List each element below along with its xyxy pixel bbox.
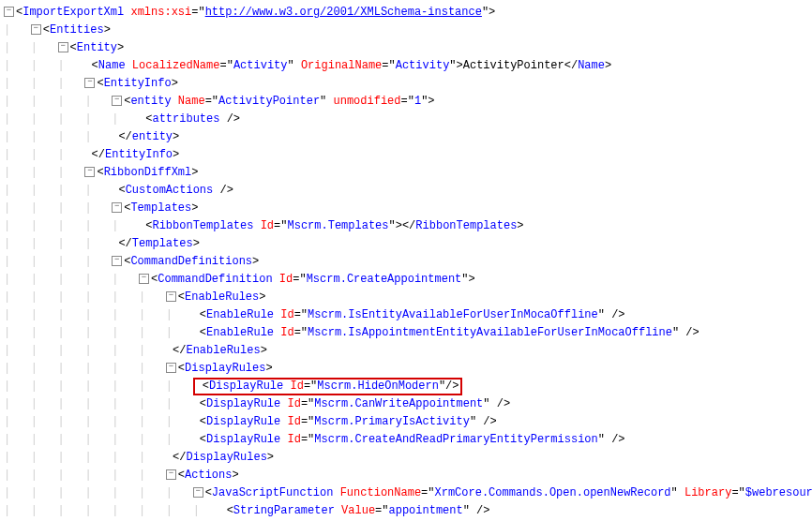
- collapse-toggle[interactable]: −: [84, 78, 95, 88]
- collapse-toggle[interactable]: −: [166, 291, 176, 302]
- collapse-toggle[interactable]: −: [166, 363, 176, 373]
- collapse-toggle[interactable]: −: [58, 42, 68, 52]
- collapse-toggle[interactable]: −: [31, 24, 41, 35]
- collapse-toggle[interactable]: −: [112, 256, 122, 266]
- collapse-toggle[interactable]: −: [4, 7, 14, 17]
- collapse-toggle[interactable]: −: [112, 202, 122, 213]
- highlighted-rule: <DisplayRule Id="Mscrm.HideOnModern"/>: [193, 378, 462, 395]
- collapse-toggle[interactable]: −: [193, 487, 203, 498]
- collapse-toggle[interactable]: −: [84, 167, 95, 177]
- xml-source: −<ImportExportXml xmlns:xsi="http://www.…: [4, 4, 808, 521]
- collapse-toggle[interactable]: −: [112, 96, 122, 106]
- collapse-toggle[interactable]: −: [139, 274, 149, 284]
- collapse-toggle[interactable]: −: [166, 469, 176, 480]
